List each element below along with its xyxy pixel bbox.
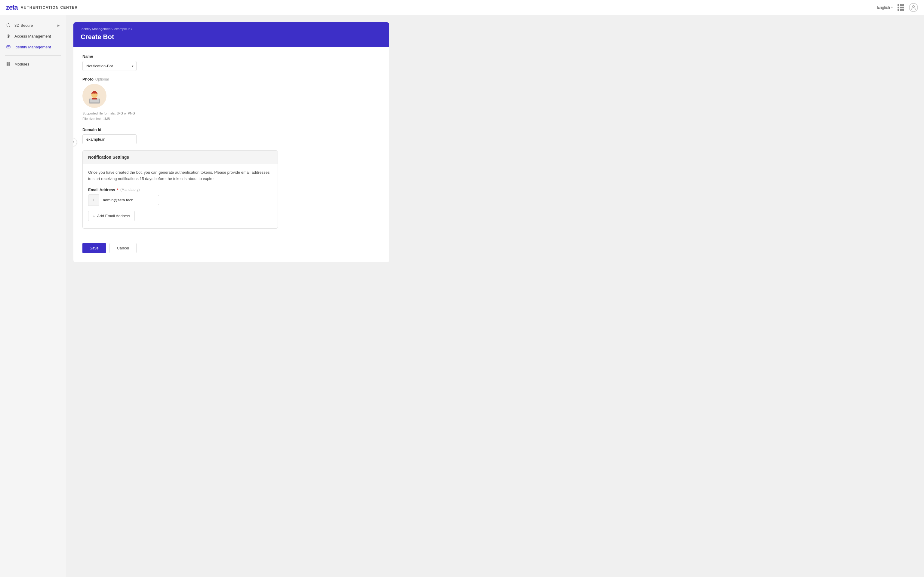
photo-form-group: Photo Optional xyxy=(82,77,380,121)
sidebar-item-access-management[interactable]: Access Management xyxy=(0,31,66,42)
chevron-right-icon: ▶ xyxy=(57,24,60,27)
email-row: 1 xyxy=(88,195,272,206)
add-email-label: Add Email Address xyxy=(97,214,130,218)
top-nav-right: English ▾ xyxy=(877,3,918,12)
page-title: Create Bot xyxy=(81,33,382,41)
svg-rect-8 xyxy=(7,64,8,66)
language-selector[interactable]: English ▾ xyxy=(877,5,893,10)
domain-id-label: Domain Id xyxy=(82,127,380,132)
name-select[interactable]: Notification-Bot xyxy=(82,61,137,71)
sidebar-item-label: Identity Management xyxy=(15,45,51,49)
cancel-button[interactable]: Cancel xyxy=(110,243,137,253)
lock-icon xyxy=(6,34,11,39)
svg-point-1 xyxy=(7,35,10,37)
photo-upload-area: Supported file formats: JPG or PNG File … xyxy=(82,84,380,121)
name-label: Name xyxy=(82,54,380,59)
notification-settings-section: Notification Settings Once you have crea… xyxy=(82,150,278,229)
name-select-wrapper: Notification-Bot ▾ xyxy=(82,61,137,71)
apps-grid-icon[interactable] xyxy=(898,4,904,11)
file-hint: Supported file formats: JPG or PNG File … xyxy=(82,111,135,121)
page-card: ≡ Identity Management / example.in / Cre… xyxy=(73,22,389,262)
domain-id-input[interactable] xyxy=(82,134,137,144)
svg-point-0 xyxy=(913,5,915,8)
photo-optional: Optional xyxy=(95,77,109,81)
save-button[interactable]: Save xyxy=(82,243,106,253)
svg-rect-6 xyxy=(7,63,8,64)
breadcrumb: Identity Management / example.in / xyxy=(81,27,382,31)
breadcrumb-domain[interactable]: example.in xyxy=(114,27,130,31)
modules-grid-icon xyxy=(6,61,11,66)
user-avatar-icon[interactable] xyxy=(909,3,918,12)
breadcrumb-identity[interactable]: Identity Management xyxy=(81,27,111,31)
zeta-logo: zeta xyxy=(6,3,18,11)
language-chevron-icon: ▾ xyxy=(891,6,893,9)
sidebar-divider xyxy=(5,55,61,56)
breadcrumb-sep2: / xyxy=(131,27,132,31)
sidebar-item-identity-management[interactable]: Identity Management xyxy=(0,42,66,52)
email-required-star: * xyxy=(117,187,118,192)
sidebar-item-modules[interactable]: Modules xyxy=(0,59,66,69)
top-nav: zeta AUTHENTICATION CENTER English ▾ xyxy=(0,0,924,15)
shield-icon xyxy=(6,23,11,27)
email-mandatory-label: (Mandatory) xyxy=(120,187,140,192)
svg-point-2 xyxy=(8,35,9,37)
sidebar-item-label: Modules xyxy=(15,62,29,66)
sidebar: 3D Secure ▶ Access Management Identity M… xyxy=(0,15,66,577)
avatar-upload-button[interactable] xyxy=(82,84,107,108)
main-layout: 3D Secure ▶ Access Management Identity M… xyxy=(0,15,924,577)
form-actions: Save Cancel xyxy=(82,238,380,253)
id-card-icon xyxy=(6,45,11,49)
email-input[interactable] xyxy=(99,195,159,205)
svg-rect-13 xyxy=(92,98,97,100)
domain-id-form-group: Domain Id xyxy=(82,127,380,144)
add-email-button[interactable]: + Add Email Address xyxy=(88,211,135,221)
photo-label: Photo Optional xyxy=(82,77,380,81)
email-row-number: 1 xyxy=(88,195,99,206)
notification-settings-header: Notification Settings xyxy=(83,151,278,164)
email-label: Email Address * (Mandatory) xyxy=(88,187,272,192)
sidebar-item-3d-secure[interactable]: 3D Secure ▶ xyxy=(0,20,66,31)
svg-rect-9 xyxy=(9,64,10,66)
form-body: Name Notification-Bot ▾ Photo Optional xyxy=(73,47,389,262)
logo-area: zeta AUTHENTICATION CENTER xyxy=(6,3,78,11)
notification-description: Once you have created the bot, you can g… xyxy=(88,169,272,182)
name-form-group: Name Notification-Bot ▾ xyxy=(82,54,380,71)
main-content: ≡ Identity Management / example.in / Cre… xyxy=(66,15,924,577)
sidebar-item-label: Access Management xyxy=(15,34,51,39)
language-label: English xyxy=(877,5,890,10)
page-header: Identity Management / example.in / Creat… xyxy=(73,22,389,47)
svg-rect-11 xyxy=(90,99,99,103)
plus-icon: + xyxy=(93,213,95,219)
svg-rect-7 xyxy=(9,63,10,64)
app-name: AUTHENTICATION CENTER xyxy=(21,5,78,10)
sidebar-item-label: 3D Secure xyxy=(15,23,33,27)
notification-settings-body: Once you have created the bot, you can g… xyxy=(83,164,278,228)
